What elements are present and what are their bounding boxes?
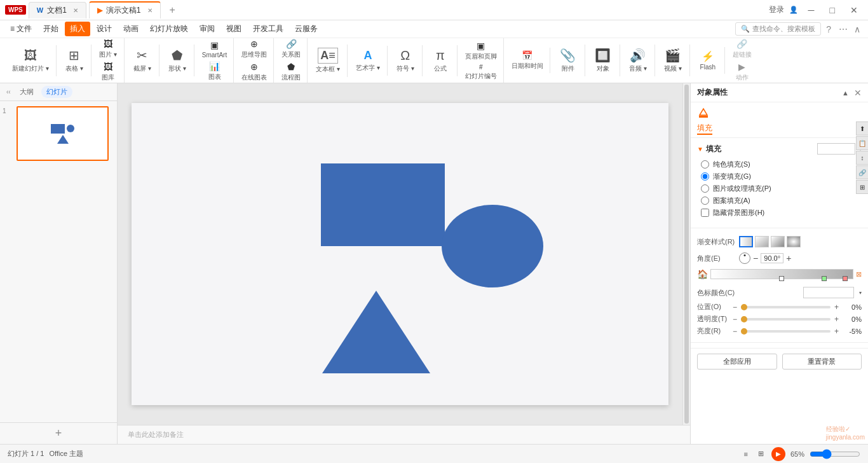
fill-option-gradient[interactable]: 渐变填充(G): [701, 172, 858, 181]
fill-option-pattern[interactable]: 图案填充(A): [701, 196, 858, 205]
menu-file[interactable]: ≡ 文件: [5, 22, 37, 36]
notes-view-button[interactable]: ≡: [742, 449, 750, 459]
apply-all-button[interactable]: 全部应用: [697, 354, 777, 370]
help-button[interactable]: ?: [822, 24, 835, 34]
picture-button[interactable]: 🖼 图片 ▾: [97, 38, 119, 60]
canvas-container[interactable]: [118, 83, 682, 425]
fill-icon-button[interactable]: [697, 106, 710, 119]
side-icon-1[interactable]: ⬆: [856, 121, 868, 135]
color-stop-dropdown[interactable]: ▾: [859, 290, 862, 296]
tab-demo[interactable]: ▶ 演示文稿1 ✕: [89, 1, 161, 18]
collapse-ribbon-button[interactable]: ∧: [851, 24, 863, 34]
fill-pattern-radio[interactable]: [701, 197, 709, 205]
tab-slides[interactable]: 幻灯片: [41, 86, 72, 98]
fill-solid-radio[interactable]: [701, 160, 709, 169]
angle-value[interactable]: 90.0°: [761, 253, 783, 263]
add-slide-button[interactable]: +: [0, 422, 117, 444]
brightness-plus[interactable]: +: [834, 327, 839, 336]
brightness-minus[interactable]: −: [733, 327, 737, 336]
gradient-stop-2[interactable]: [822, 276, 827, 281]
mindmap-button[interactable]: ⊕ 思维导图: [239, 38, 269, 60]
menu-view[interactable]: 视图: [221, 22, 247, 36]
fill-option-solid[interactable]: 纯色填充(S): [701, 160, 858, 169]
gallery-button[interactable]: 🖼 图库: [99, 60, 117, 83]
angle-plus-button[interactable]: +: [786, 253, 791, 263]
tab-doc1[interactable]: W 文档1 ✕: [29, 2, 86, 18]
fill-hide-bg[interactable]: 隐藏背景图形(H): [701, 208, 858, 218]
shape-rectangle[interactable]: [321, 163, 445, 246]
relation-button[interactable]: 🔗 关系图: [279, 38, 303, 60]
angle-circle[interactable]: [739, 252, 750, 264]
screenshot-button[interactable]: ✂ 截屏 ▾: [130, 46, 155, 75]
gradient-end-icon[interactable]: ⊠: [856, 270, 862, 279]
fill-color-preview[interactable]: [817, 143, 855, 155]
side-icon-4[interactable]: 🔗: [856, 165, 868, 179]
menu-animation[interactable]: 动画: [118, 22, 144, 36]
side-icon-3[interactable]: ↕: [856, 151, 868, 165]
minimize-button[interactable]: ─: [803, 4, 820, 17]
play-button[interactable]: ▶: [771, 447, 785, 461]
chart-button[interactable]: 📊 图表: [206, 60, 224, 83]
angle-minus-button[interactable]: −: [753, 253, 758, 263]
shape-triangle[interactable]: [322, 291, 430, 373]
audio-button[interactable]: 🔊 音频 ▾: [625, 46, 651, 75]
color-stop-preview[interactable]: [803, 287, 854, 298]
attachment-button[interactable]: 📎 附件: [555, 46, 581, 75]
menu-cloud[interactable]: 云服务: [290, 22, 323, 36]
swatch-2[interactable]: [755, 236, 769, 247]
side-icon-5[interactable]: ⊞: [856, 180, 868, 194]
formula-button[interactable]: π 公式: [428, 46, 453, 75]
fill-option-picture[interactable]: 图片或纹理填充(P): [701, 184, 858, 193]
swatch-3[interactable]: [771, 236, 785, 247]
textbox-button[interactable]: A≡ 文本框 ▾: [313, 46, 343, 76]
symbol-button[interactable]: Ω 符号 ▾: [393, 46, 418, 75]
action-button[interactable]: ▶ 动作: [733, 60, 751, 83]
swatch-1[interactable]: [739, 236, 753, 247]
zoom-slider[interactable]: [810, 449, 860, 459]
new-slide-button[interactable]: 🖼 新建幻灯片 ▾: [9, 46, 52, 75]
gradient-bar[interactable]: [710, 269, 853, 279]
flash-button[interactable]: ⚡ Flash: [695, 48, 721, 73]
transparency-plus[interactable]: +: [834, 315, 839, 324]
add-tab-button[interactable]: +: [163, 2, 182, 18]
datetime-button[interactable]: 📅 日期和时间: [509, 49, 546, 72]
shape-circle[interactable]: [442, 205, 543, 287]
reset-bg-button[interactable]: 重置背景: [782, 354, 862, 370]
brightness-thumb[interactable]: [741, 328, 747, 335]
menu-start[interactable]: 开始: [38, 22, 64, 36]
panel-expand-button[interactable]: ▲: [842, 89, 849, 97]
brightness-track[interactable]: [741, 330, 831, 333]
restore-button[interactable]: □: [825, 4, 840, 17]
menu-slideshow[interactable]: 幻灯片放映: [145, 22, 193, 36]
position-thumb[interactable]: [741, 304, 747, 310]
transparency-track[interactable]: [741, 318, 831, 321]
gradient-stop-1[interactable]: [779, 276, 784, 281]
object-button[interactable]: 🔲 对象: [590, 46, 616, 75]
fill-picture-radio[interactable]: [701, 184, 709, 193]
swatch-4[interactable]: [787, 236, 801, 247]
fill-tab[interactable]: 填充: [697, 123, 712, 135]
slide-item-1[interactable]: 1: [3, 106, 114, 161]
position-track[interactable]: [741, 306, 831, 308]
right-panel-close[interactable]: ✕: [854, 88, 862, 98]
position-minus[interactable]: −: [733, 303, 737, 312]
close-button[interactable]: ✕: [845, 4, 863, 17]
side-icon-2[interactable]: 📋: [856, 136, 868, 150]
video-button[interactable]: 🎬 视频 ▾: [660, 46, 686, 75]
login-button[interactable]: 登录: [769, 4, 784, 15]
flowchart-button[interactable]: ⬟ 流程图: [279, 60, 303, 83]
position-plus[interactable]: +: [834, 303, 839, 312]
vertical-scrollbar[interactable]: [682, 83, 690, 425]
slide-number-button[interactable]: # 幻灯片编号: [463, 62, 499, 82]
fill-hide-bg-checkbox[interactable]: [701, 209, 709, 217]
online-chart-button[interactable]: ⊕ 在线图表: [239, 60, 269, 83]
grid-view-button[interactable]: ⊞: [756, 448, 766, 459]
wordart-button[interactable]: A 艺术字 ▾: [353, 47, 383, 74]
shape-button[interactable]: ⬟ 形状 ▾: [165, 46, 190, 75]
menu-devtools[interactable]: 开发工具: [248, 22, 288, 36]
menu-review[interactable]: 审阅: [194, 22, 220, 36]
transparency-thumb[interactable]: [741, 316, 747, 322]
table-button[interactable]: ⊞ 表格 ▾: [62, 46, 87, 75]
slide-thumb-1[interactable]: [17, 106, 109, 161]
notes-area[interactable]: 单击此处添加备注: [118, 425, 690, 444]
